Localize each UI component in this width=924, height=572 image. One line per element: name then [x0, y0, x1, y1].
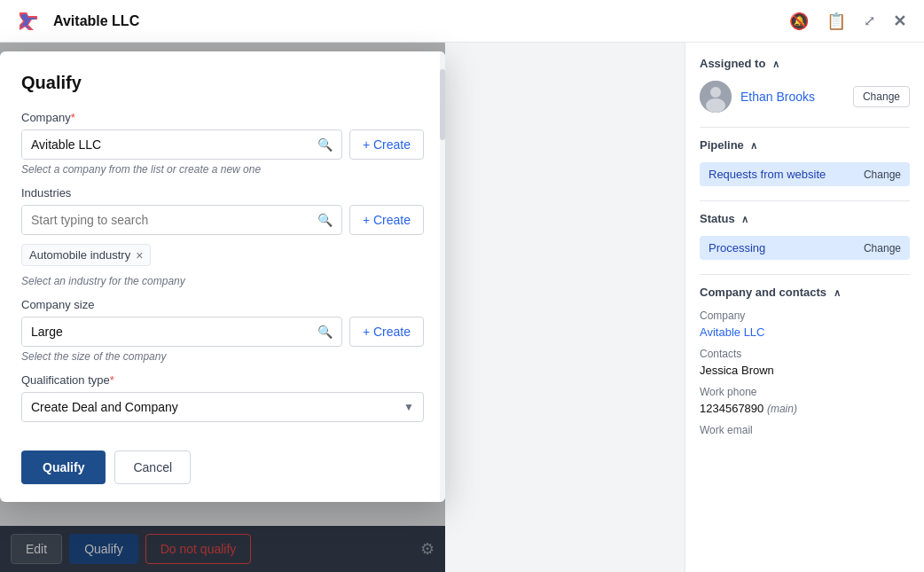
work-phone-value: 1234567890 (main) [700, 402, 910, 415]
company-size-label: Company size [21, 298, 424, 311]
company-size-hint: Select the size of the company [21, 350, 424, 363]
assigned-section-header: Assigned to ∧ [700, 57, 910, 70]
pipeline-value-text: Requests from website [709, 168, 826, 181]
status-section-title: Status ∧ [700, 212, 748, 225]
document-icon-btn[interactable]: 📋 [823, 8, 850, 35]
company-field-hint: Select a company from the list or create… [21, 163, 424, 176]
divider-2 [700, 200, 910, 201]
avatar [700, 81, 732, 113]
modal-actions: Qualify Cancel [0, 436, 445, 502]
company-field-label: Company* [21, 111, 424, 124]
top-bar: Avitable LLC 🔕 📋 ⤢ ✕ [0, 0, 924, 43]
qualify-submit-button[interactable]: Qualify [21, 451, 106, 484]
modal-overlay: Qualify Company* 🔍 + Create [0, 43, 445, 572]
contacts-chevron-icon: ∧ [834, 287, 841, 298]
pipeline-section-header: Pipeline ∧ [700, 138, 910, 152]
app-logo [14, 7, 43, 35]
company-size-input-wrapper: 🔍 [21, 317, 342, 347]
company-input[interactable] [22, 130, 309, 159]
status-chevron-icon: ∧ [741, 214, 748, 224]
status-section-header: Status ∧ [700, 212, 910, 225]
assigned-name: Ethan Brooks [740, 90, 844, 104]
contacts-section-header: Company and contacts ∧ [700, 286, 910, 299]
pipeline-chevron-icon: ∧ [750, 140, 757, 151]
status-change-button[interactable]: Change [864, 242, 901, 255]
company-info-value: Avitable LLC [700, 325, 910, 339]
cancel-button[interactable]: Cancel [114, 451, 191, 484]
work-phone-label: Work phone [700, 386, 910, 398]
company-size-create-button[interactable]: + Create [349, 317, 424, 347]
pipeline-value-row: Requests from website Change [700, 162, 910, 186]
select-chevron-icon: ▼ [403, 401, 414, 413]
notification-icon-btn[interactable]: 🔕 [786, 8, 812, 35]
industries-create-button[interactable]: + Create [349, 205, 424, 235]
industries-field-label: Industries [21, 186, 424, 200]
assigned-row: Ethan Brooks Change [700, 81, 910, 113]
qualification-type-field-group: Qualification type* Create Deal and Comp… [21, 373, 424, 422]
industries-search-input[interactable] [22, 206, 309, 234]
pipeline-section-title: Pipeline ∧ [700, 138, 757, 152]
modal-scrollbar-thumb[interactable] [440, 69, 445, 140]
main-content: Qualify Company* 🔍 + Create [0, 43, 924, 572]
modal-title: Qualify [21, 73, 424, 93]
work-email-label: Work email [700, 424, 910, 436]
right-panel: Assigned to ∧ Ethan Brooks Change Pipeli… [685, 43, 924, 572]
status-value-row: Processing Change [700, 236, 910, 260]
qualification-type-select[interactable]: Create Deal and Company Create Deal only… [31, 400, 403, 414]
qualify-modal: Qualify Company* 🔍 + Create [0, 51, 445, 502]
contacts-info-label: Contacts [700, 348, 910, 360]
industries-input-wrapper: 🔍 [21, 205, 342, 235]
contacts-section-title: Company and contacts ∧ [700, 286, 841, 299]
divider-3 [700, 274, 910, 275]
industry-tags: Automobile industry × [21, 239, 424, 271]
modal-inner: Qualify Company* 🔍 + Create [0, 51, 445, 436]
company-search-icon: 🔍 [309, 137, 341, 152]
qualification-type-label: Qualification type* [21, 373, 424, 387]
modal-scrollbar-track [440, 51, 445, 502]
company-create-button[interactable]: + Create [349, 129, 424, 160]
industries-input-row: 🔍 + Create [21, 205, 424, 235]
assigned-section-title: Assigned to ∧ [700, 57, 779, 70]
company-size-field-group: Company size 🔍 + Create Select the size … [21, 298, 424, 363]
pipeline-change-button[interactable]: Change [864, 168, 901, 181]
industries-field-hint: Select an industry for the company [21, 275, 424, 287]
document-icon: 📋 [826, 12, 846, 31]
svg-point-2 [710, 87, 721, 98]
assigned-change-button[interactable]: Change [853, 86, 910, 107]
company-size-search-icon: 🔍 [309, 325, 341, 339]
industries-search-icon: 🔍 [309, 213, 341, 227]
expand-icon-btn[interactable]: ⤢ [860, 9, 879, 33]
notification-icon: 🔕 [789, 12, 809, 31]
close-icon: ✕ [893, 12, 906, 31]
company-input-wrapper: 🔍 [21, 129, 342, 160]
app-title: Avitable LLC [53, 13, 786, 29]
company-info-label: Company [700, 310, 910, 322]
left-panel: Qualify Company* 🔍 + Create [0, 43, 685, 572]
top-icons: 🔕 📋 ⤢ ✕ [786, 8, 910, 35]
work-phone-note: (main) [767, 403, 797, 415]
company-size-input-row: 🔍 + Create [21, 317, 424, 347]
remove-tag-button[interactable]: × [136, 249, 143, 262]
svg-point-3 [706, 98, 725, 113]
expand-icon: ⤢ [864, 12, 875, 29]
contact-name: Jessica Brown [700, 364, 910, 377]
qualification-type-select-wrapper: Create Deal and Company Create Deal only… [21, 392, 424, 422]
automobile-industry-tag: Automobile industry × [21, 244, 151, 266]
company-size-input[interactable] [22, 317, 309, 346]
close-icon-btn[interactable]: ✕ [889, 8, 910, 35]
divider-1 [700, 127, 910, 128]
industries-field-group: Industries 🔍 + Create Automobile industr… [21, 186, 424, 287]
assigned-chevron-icon: ∧ [772, 59, 779, 69]
status-value-text: Processing [709, 241, 765, 255]
company-field-group: Company* 🔍 + Create Select a company fro… [21, 111, 424, 176]
company-input-row: 🔍 + Create [21, 129, 424, 160]
